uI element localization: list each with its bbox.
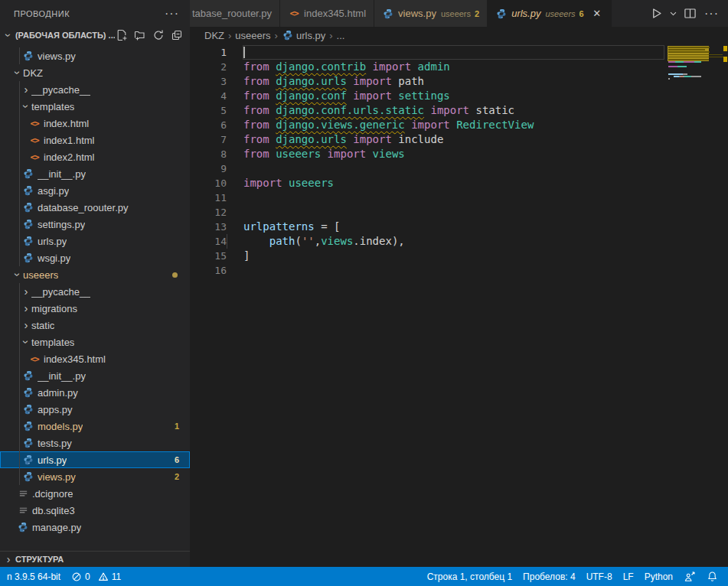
tree-folder-item[interactable]: ›static <box>0 317 190 334</box>
indentation-status[interactable]: Пробелов: 4 <box>517 567 581 586</box>
chevron-icon: › <box>12 269 23 280</box>
code-lines: 12from django.contrib import admin3from … <box>190 45 665 278</box>
workspace-section-header[interactable]: › (РАБОЧАЯ ОБЛАСТЬ) ... <box>0 27 190 44</box>
status-bar: n 3.9.5 64-bit 0 11 Строка 1, столбец 1 … <box>0 567 728 586</box>
file-label: DKZ <box>23 67 43 79</box>
close-icon[interactable]: ✕ <box>591 8 603 19</box>
tree-file-item[interactable]: manage.py <box>0 519 190 536</box>
breadcrumb-label: useeers <box>235 30 270 41</box>
tree-folder-item[interactable]: ›__pycache__ <box>0 81 190 98</box>
encoding-status[interactable]: UTF-8 <box>581 567 618 586</box>
code-text: from django.urls import path <box>227 74 424 89</box>
tree-folder-item[interactable]: ›DKZ <box>0 64 190 81</box>
code-token: views <box>373 148 405 160</box>
code-line: 1 <box>190 45 665 60</box>
python-icon <box>22 454 34 466</box>
file-label: asgi.py <box>38 185 69 197</box>
code-token: import <box>347 75 398 87</box>
tree-file-item[interactable]: wsgi.py <box>0 249 190 266</box>
file-label: __init__.py <box>38 370 86 382</box>
tree-file-item[interactable]: .dcignore <box>0 485 190 502</box>
code-token: from <box>243 104 276 116</box>
line-number: 11 <box>190 190 227 205</box>
file-label: database_roouter.py <box>38 202 129 213</box>
file-label: manage.py <box>32 522 81 533</box>
tree-file-item[interactable]: __init__.py <box>0 367 190 384</box>
python-interpreter-status[interactable]: n 3.9.5 64-bit <box>2 567 66 586</box>
language-mode-status[interactable]: Python <box>639 567 678 586</box>
new-file-icon[interactable] <box>115 28 129 42</box>
tab-tabase_roouter.py[interactable]: tabase_roouter.py <box>190 0 280 27</box>
tree-file-item[interactable]: db.sqlite3 <box>0 502 190 519</box>
code-token: path <box>269 235 295 247</box>
feedback-icon[interactable] <box>678 567 701 586</box>
code-token: from <box>243 133 276 145</box>
breadcrumb-item[interactable]: urls.py <box>282 29 325 41</box>
code-editor[interactable]: 12from django.contrib import admin3from … <box>190 44 728 567</box>
tree-file-item[interactable]: urls.py6 <box>0 451 190 468</box>
problems-status[interactable]: 0 11 <box>66 567 126 586</box>
tree-file-item[interactable]: settings.py <box>0 216 190 233</box>
breadcrumb-item[interactable]: useeers <box>235 30 270 41</box>
outline-section-header[interactable]: › СТРУКТУРА <box>0 551 190 567</box>
cursor-position-status[interactable]: Строка 1, столбец 1 <box>422 567 517 586</box>
tree-file-item[interactable]: database_roouter.py <box>0 199 190 216</box>
run-dropdown-chevron-icon[interactable] <box>668 5 679 23</box>
code-token: ] <box>243 249 250 262</box>
eol-status[interactable]: LF <box>618 567 639 586</box>
code-token <box>243 235 269 247</box>
tree-file-item[interactable]: admin.py <box>0 384 190 401</box>
editor-more-actions-icon[interactable]: ··· <box>701 5 722 23</box>
tree-file-item[interactable]: views.py2 <box>0 468 190 485</box>
tab-index345.html[interactable]: <>index345.html <box>280 0 374 27</box>
line-number: 13 <box>190 220 227 234</box>
tree-folder-item[interactable]: ›__pycache__ <box>0 283 190 300</box>
tree-file-item[interactable]: __init__.py <box>0 165 190 182</box>
tab-views.py[interactable]: views.pyuseeers2 <box>374 0 488 27</box>
tree-folder-item[interactable]: ›useeers <box>0 266 190 283</box>
notifications-bell-icon[interactable] <box>701 567 723 586</box>
tree-folder-item[interactable]: ›templates <box>0 98 190 115</box>
code-token: '' <box>302 235 315 247</box>
code-token: RedirectView <box>456 119 534 131</box>
workspace-section-label: (РАБОЧАЯ ОБЛАСТЬ) ... <box>15 31 115 40</box>
tree-file-item[interactable]: urls.py <box>0 233 190 249</box>
line-number: 2 <box>190 60 227 74</box>
tree-file-item[interactable]: <>index2.html <box>0 148 190 165</box>
tree-file-item[interactable]: views.py <box>0 47 190 64</box>
line-number: 3 <box>190 74 227 89</box>
tree-file-item[interactable]: models.py1 <box>0 418 190 435</box>
split-editor-icon[interactable] <box>682 5 698 23</box>
code-token: import <box>424 104 475 116</box>
minimap[interactable] <box>667 44 722 83</box>
file-label: views.py <box>38 50 76 62</box>
breadcrumb-item[interactable]: ... <box>337 30 345 41</box>
file-label: index1.html <box>44 135 94 146</box>
collapse-all-icon[interactable] <box>170 28 184 42</box>
code-text <box>227 263 243 278</box>
tree-folder-item[interactable]: ›migrations <box>0 300 190 317</box>
file-label: db.sqlite3 <box>32 505 75 516</box>
breadcrumb-label: DKZ <box>204 30 224 41</box>
tree-file-item[interactable]: <>index1.html <box>0 132 190 148</box>
run-python-file-button[interactable] <box>648 5 664 23</box>
refresh-icon[interactable] <box>152 28 165 42</box>
breadcrumb-item[interactable]: DKZ <box>204 30 224 41</box>
file-label: tests.py <box>38 438 72 449</box>
tree-folder-item[interactable]: ›templates <box>0 334 190 350</box>
tree-file-item[interactable]: tests.py <box>0 435 190 451</box>
tree-file-item[interactable]: apps.py <box>0 401 190 418</box>
tree-file-item[interactable]: asgi.py <box>0 182 190 199</box>
python-icon <box>22 235 34 247</box>
warning-icon <box>98 571 109 582</box>
code-line: 15] <box>190 249 665 263</box>
tab-urls.py[interactable]: urls.pyuseeers6✕ <box>488 0 612 27</box>
tree-file-item[interactable]: <>index.html <box>0 115 190 132</box>
python-icon <box>22 218 34 230</box>
explorer-more-actions-icon[interactable]: ··· <box>165 7 179 21</box>
code-token: = [ <box>315 220 341 233</box>
chevron-icon: › <box>21 337 31 347</box>
new-folder-icon[interactable] <box>133 28 147 42</box>
code-token: settings <box>398 90 449 102</box>
tree-file-item[interactable]: <>index345.html <box>0 350 190 367</box>
